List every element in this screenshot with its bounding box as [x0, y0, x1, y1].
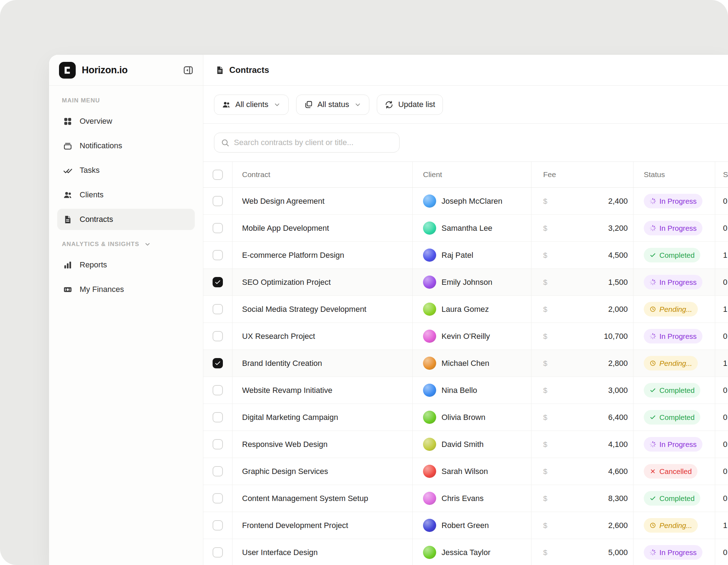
status-badge: Completed — [644, 410, 700, 425]
row-checkbox[interactable] — [213, 493, 223, 503]
sidebar-item-overview[interactable]: Overview — [57, 111, 195, 132]
banknote-icon — [63, 285, 73, 294]
fee-amount: 4,600 — [608, 467, 628, 476]
check-icon — [649, 414, 656, 421]
sidebar-item-tasks[interactable]: Tasks — [57, 160, 195, 181]
client-name: Olivia Brown — [441, 413, 485, 422]
grid-icon — [63, 117, 73, 126]
status-label: Completed — [659, 251, 695, 260]
fee-cell: $ 2,600 — [531, 512, 633, 539]
header-checkbox-cell — [203, 162, 232, 187]
client-avatar — [423, 222, 436, 235]
truncated-cell: 1 — [715, 296, 728, 323]
spinner-icon — [649, 333, 656, 340]
status-label: Completed — [659, 413, 695, 422]
client-avatar — [423, 411, 436, 424]
double-check-icon — [63, 166, 73, 175]
fee-cell: $ 3,200 — [531, 215, 633, 241]
table-row[interactable]: Web Design Agreement Joseph McClaren $ 2… — [203, 188, 728, 215]
spinner-icon — [649, 441, 656, 448]
client-name: Laura Gomez — [441, 305, 489, 314]
sidebar-item-clients[interactable]: Clients — [57, 184, 195, 206]
row-checkbox[interactable] — [213, 520, 223, 531]
fee-amount: 3,000 — [608, 386, 628, 395]
table-row[interactable]: Mobile App Development Samantha Lee $ 3,… — [203, 215, 728, 242]
client-name: Chris Evans — [441, 494, 484, 503]
people-icon — [222, 100, 231, 109]
table-row[interactable]: Responsive Web Design David Smith $ 4,10… — [203, 431, 728, 458]
filter-button-all-status[interactable]: All status — [296, 95, 369, 115]
fee-amount: 1,500 — [608, 278, 628, 287]
row-checkbox[interactable] — [213, 385, 223, 395]
sidebar-item-contracts[interactable]: Contracts — [57, 209, 195, 230]
table-row[interactable]: UX Research Project Kevin O'Reilly $ 10,… — [203, 323, 728, 350]
update-list-button[interactable]: Update list — [377, 95, 443, 115]
sidebar-item-label: Overview — [80, 117, 112, 126]
sidebar-item-label: Contracts — [80, 215, 113, 224]
sidebar-item-label: My Finances — [80, 285, 124, 294]
contract-cell: SEO Optimization Project — [232, 269, 412, 295]
row-checkbox[interactable] — [213, 358, 223, 368]
row-checkbox[interactable] — [213, 466, 223, 476]
sidebar: Horizon.io MAIN MENUOverviewNotification… — [49, 55, 203, 565]
sidebar-collapse-button[interactable] — [183, 65, 194, 76]
search-box[interactable] — [214, 133, 400, 153]
copy-icon — [304, 100, 313, 109]
sidebar-item-label: Notifications — [80, 141, 122, 150]
row-checkbox[interactable] — [213, 250, 223, 260]
truncated-cell-text: 0 — [723, 548, 727, 557]
select-all-checkbox[interactable] — [213, 170, 223, 180]
fee-amount: 8,300 — [608, 494, 628, 503]
sidebar-item-label: Clients — [80, 190, 103, 199]
table-row[interactable]: Social Media Strategy Development Laura … — [203, 296, 728, 323]
currency-symbol: $ — [543, 197, 547, 206]
sidebar-item-notifications[interactable]: Notifications — [57, 135, 195, 156]
row-checkbox[interactable] — [213, 196, 223, 206]
sidebar-section-label-analytics-insights[interactable]: ANALYTICS & INSIGHTS — [62, 241, 195, 248]
contract-cell: Digital Marketing Campaign — [232, 404, 412, 431]
client-cell: Nina Bello — [412, 377, 531, 404]
row-checkbox-cell — [203, 539, 232, 565]
row-checkbox[interactable] — [213, 331, 223, 341]
contract-title: Website Revamp Initiative — [242, 386, 332, 395]
row-checkbox-cell — [203, 485, 232, 512]
client-cell: Kevin O'Reilly — [412, 323, 531, 350]
truncated-cell: 0 — [715, 215, 728, 241]
filter-button-all-clients[interactable]: All clients — [214, 95, 289, 115]
row-checkbox[interactable] — [213, 547, 223, 558]
currency-symbol: $ — [543, 251, 547, 260]
column-header-contract: Contract — [232, 162, 412, 187]
search-input[interactable] — [234, 138, 393, 147]
table-row[interactable]: User Interface Design Jessica Taylor $ 5… — [203, 539, 728, 565]
row-checkbox-cell — [203, 404, 232, 431]
table-row[interactable]: Brand Identity Creation Michael Chen $ 2… — [203, 350, 728, 377]
row-checkbox-cell — [203, 269, 232, 295]
row-checkbox[interactable] — [213, 277, 223, 287]
sidebar-item-reports[interactable]: Reports — [57, 254, 195, 276]
status-label: Cancelled — [659, 467, 692, 476]
row-checkbox[interactable] — [213, 412, 223, 422]
row-checkbox[interactable] — [213, 223, 223, 233]
horizon-logo — [59, 62, 76, 79]
sidebar-item-my-finances[interactable]: My Finances — [57, 279, 195, 300]
contract-cell: Web Design Agreement — [232, 188, 412, 214]
row-checkbox[interactable] — [213, 304, 223, 314]
table-row[interactable]: SEO Optimization Project Emily Johnson $… — [203, 269, 728, 296]
table-row[interactable]: Frontend Development Project Robert Gree… — [203, 512, 728, 539]
truncated-cell: 0 — [715, 458, 728, 485]
table-row[interactable]: E-commerce Platform Design Raj Patel $ 4… — [203, 242, 728, 269]
table-row[interactable]: Graphic Design Services Sarah Wilson $ 4… — [203, 458, 728, 485]
fee-amount: 2,000 — [608, 305, 628, 314]
client-avatar — [423, 492, 436, 505]
truncated-cell: 1 — [715, 512, 728, 539]
row-checkbox[interactable] — [213, 439, 223, 449]
fee-amount: 2,800 — [608, 359, 628, 368]
fee-amount: 5,000 — [608, 548, 628, 557]
table-row[interactable]: Website Revamp Initiative Nina Bello $ 3… — [203, 377, 728, 404]
client-name: Joseph McClaren — [441, 197, 502, 206]
table-row[interactable]: Digital Marketing Campaign Olivia Brown … — [203, 404, 728, 431]
notifications-icon — [63, 141, 73, 151]
table-row[interactable]: Content Management System Setup Chris Ev… — [203, 485, 728, 512]
fee-cell: $ 2,800 — [531, 350, 633, 377]
status-badge: Completed — [644, 248, 700, 262]
